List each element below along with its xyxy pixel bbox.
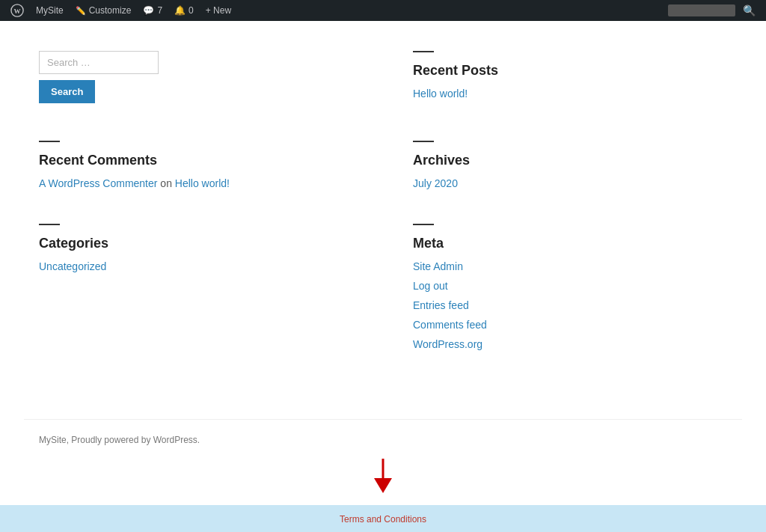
footer-bar-container: Terms and Conditions — [0, 460, 766, 532]
annotation-arrow — [368, 457, 398, 495]
archives-link-0[interactable]: July 2020 — [413, 177, 727, 189]
archives-divider — [413, 141, 434, 142]
footer-bar: Terms and Conditions — [0, 505, 766, 532]
meta-links: Site Admin Log out Entries feed Comments… — [413, 260, 727, 355]
meta-divider — [413, 224, 434, 225]
admin-bar-customize[interactable]: ✏️ Customize — [71, 5, 136, 16]
search-widget: Search — [39, 51, 353, 103]
admin-bar-new[interactable]: + New — [201, 5, 236, 16]
meta-title: Meta — [413, 236, 727, 251]
recent-posts-divider — [413, 51, 434, 52]
categories-link-0[interactable]: Uncategorized — [39, 260, 353, 272]
admin-bar-comments[interactable]: 💬 7 — [138, 5, 167, 16]
admin-bar: W MySite ✏️ Customize 💬 7 🔔 0 + New 🔍 — [0, 0, 766, 21]
recent-posts-title: Recent Posts — [413, 63, 727, 79]
recent-posts-link-0[interactable]: Hello world! — [413, 88, 727, 100]
search-input[interactable] — [39, 51, 159, 74]
meta-link-log-out[interactable]: Log out — [413, 280, 727, 292]
recent-comments-title: Recent Comments — [39, 153, 353, 168]
comment-post-link[interactable]: Hello world! — [175, 177, 230, 189]
admin-bar-wp-logo[interactable]: W — [6, 4, 28, 17]
site-footer: MySite, Proudly powered by WordPress. — [24, 419, 742, 460]
categories-divider — [39, 224, 60, 225]
admin-bar-notifications[interactable]: 🔔 0 — [170, 5, 198, 16]
page-wrapper: Search Recent Posts Hello world! Recent … — [0, 0, 766, 532]
terms-and-conditions-link[interactable]: Terms and Conditions — [340, 514, 426, 525]
admin-bar-user-avatar[interactable] — [668, 4, 735, 16]
archives-widget: Archives July 2020 — [413, 141, 727, 194]
footer-credit: MySite, Proudly powered by WordPress. — [39, 435, 200, 445]
recent-comments-widget: Recent Comments A WordPress Commenter on… — [39, 141, 353, 194]
meta-link-site-admin[interactable]: Site Admin — [413, 260, 727, 272]
meta-link-entries-feed[interactable]: Entries feed — [413, 299, 727, 311]
search-button[interactable]: Search — [39, 80, 95, 103]
comment-on-text: on — [160, 177, 172, 189]
recent-comment-entry: A WordPress Commenter on Hello world! — [39, 177, 353, 189]
svg-text:W: W — [14, 7, 21, 15]
categories-widget: Categories Uncategorized — [39, 224, 353, 355]
recent-posts-widget: Recent Posts Hello world! — [413, 51, 727, 111]
admin-bar-site-name[interactable]: MySite — [31, 5, 68, 16]
recent-comments-divider — [39, 141, 60, 142]
meta-widget: Meta Site Admin Log out Entries feed Com… — [413, 224, 727, 355]
admin-bar-search-icon[interactable]: 🔍 — [738, 4, 760, 16]
admin-bar-right: 🔍 — [668, 4, 760, 16]
meta-link-wordpress-org[interactable]: WordPress.org — [413, 338, 727, 350]
meta-link-comments-feed[interactable]: Comments feed — [413, 319, 727, 331]
svg-marker-3 — [374, 478, 392, 493]
widgets-grid: Search Recent Posts Hello world! Recent … — [39, 51, 727, 370]
main-content: Search Recent Posts Hello world! Recent … — [24, 21, 742, 419]
categories-title: Categories — [39, 236, 353, 251]
arrow-container — [0, 460, 766, 505]
commenter-link[interactable]: A WordPress Commenter — [39, 177, 157, 189]
archives-title: Archives — [413, 153, 727, 168]
